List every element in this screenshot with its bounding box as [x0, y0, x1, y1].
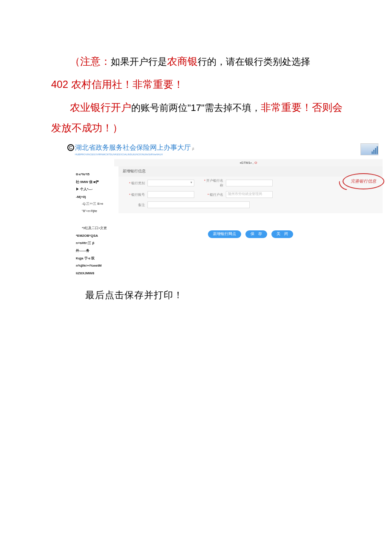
site-subtitle: HUBPROVINCEGOVfRNMCNTSUVKESOCIALINSUIUNC…: [75, 153, 194, 156]
p1-tail: 请在银行类别处选择: [226, 56, 310, 67]
callout-text: 完善银行信息: [351, 178, 376, 184]
field-bank-type: *银行类别: [123, 180, 194, 186]
note-label: （注意：: [70, 55, 111, 67]
bank-name-input[interactable]: [226, 180, 273, 186]
sidebar-item[interactable]: -M(+0): [76, 193, 116, 201]
callout-bubble: 完善银行信息: [343, 173, 384, 189]
sidebar-nav: tt·e*fe*l5 社·9MW 信 ■俨 ▶ 个人*—· -M(+0) -Q.…: [67, 166, 118, 279]
final-instruction: 最后点击保存并打印！: [85, 289, 345, 302]
save-button[interactable]: 保 存: [245, 230, 267, 238]
label-bank-type: 银行类别: [131, 181, 145, 185]
remark-input[interactable]: [147, 201, 250, 208]
header-graphic-icon: [360, 143, 378, 155]
p1-bank: 农商银: [167, 55, 198, 67]
form-buttons: 新增银行网点 保 存 关 闭: [118, 218, 383, 242]
add-bank-branch-button[interactable]: 新增银行网点: [208, 230, 241, 238]
account-no-input[interactable]: [147, 191, 194, 198]
p1-after-bank: 行的，: [198, 56, 226, 67]
field-account-name: *银行户名 随州市劳动就业管理局: [201, 191, 273, 198]
field-bank-name: *开户银行名称: [201, 178, 273, 188]
p3a: 农业银行开户: [70, 102, 131, 113]
sidebar-item[interactable]: tt·e*fe*l5: [76, 171, 116, 178]
sidebar-subitem[interactable]: *9红及二口>文更: [76, 225, 116, 232]
topbar-marker-icon: O: [254, 161, 257, 165]
ss-header: C 湖北省政务服务社会保险网上办事大厅β HUBPROVINCEGOVfRNMC…: [67, 142, 383, 159]
sidebar-item[interactable]: ▶ 个人*—·: [76, 186, 116, 193]
sidebar-item[interactable]: n+sHtr:三 β: [76, 239, 116, 247]
instruction-para-3: 农业银行开户的账号前两位"17"需去掉不填，非常重要！否则会发放不成功！）: [51, 97, 345, 138]
top-info-bar: •GTM1• , O: [114, 159, 383, 166]
sidebar-item[interactable]: 社·9MW 信 ■俨: [76, 178, 116, 186]
instruction-para-2: 402 农村信用社！非常重要！: [51, 74, 345, 95]
instruction-para-1: （注意：如果开户行是农商银行的，请在银行类别处选择: [51, 51, 345, 72]
bank-info-form: 新增银行信息 *银行类别 *开户银行名称: [118, 166, 383, 213]
beta-label: β: [192, 147, 194, 151]
p1-mid: 如果开户行是: [111, 56, 167, 67]
sidebar-item[interactable]: Kqja 于·e 双: [76, 255, 116, 262]
label-bank-name: 开户银行名称: [206, 179, 223, 187]
label-remark: 备注: [138, 203, 145, 207]
site-title: 湖北省政务服务社会保险网上办事大厅β: [75, 143, 194, 152]
field-remark: 备注: [123, 201, 250, 208]
sidebar-item[interactable]: 外——务: [76, 247, 116, 255]
close-button[interactable]: 关 闭: [271, 230, 293, 238]
sidebar-subitem[interactable]: -Q.三⇔三 B>e: [76, 200, 116, 208]
label-account-no: 银行账号: [131, 193, 145, 197]
sidebar-subitem[interactable]: "B"<n·Rjite: [76, 208, 116, 215]
field-account-no: *银行账号: [123, 191, 194, 198]
account-name-input[interactable]: 随州市劳动就业管理局: [226, 191, 273, 198]
site-title-text: 湖北省政务服务社会保险网上办事大厅: [75, 144, 191, 151]
bank-type-select[interactable]: [147, 180, 194, 186]
label-account-name: 银行户名: [210, 193, 223, 197]
sidebar-item[interactable]: *EM2OB*QSA: [76, 232, 116, 240]
sidebar-item[interactable]: n%βfe><%wetM: [76, 262, 116, 270]
embedded-screenshot: C 湖北省政务服务社会保险网上办事大厅β HUBPROVINCEGOVfRNMC…: [67, 142, 345, 279]
p3b: 的账号前两位"17"需去掉不填，: [131, 102, 261, 113]
topbar-text: •GTM1• ,: [240, 161, 254, 165]
site-logo-icon: C: [67, 144, 74, 151]
sidebar-item[interactable]: liZttXJMW8: [76, 270, 116, 277]
